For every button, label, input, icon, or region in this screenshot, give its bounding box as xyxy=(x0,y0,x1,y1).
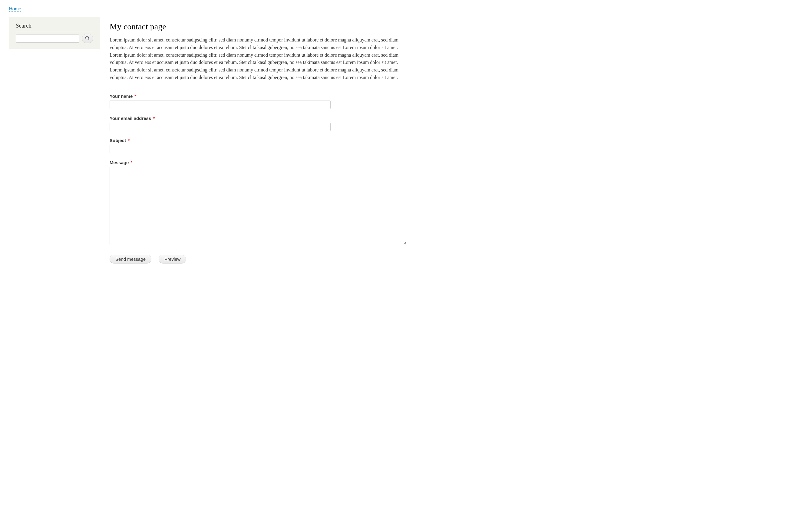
breadcrumb: Home xyxy=(9,6,803,11)
search-button[interactable] xyxy=(82,34,93,43)
email-label: Your email address * xyxy=(110,116,803,121)
required-mark: * xyxy=(135,93,137,99)
svg-point-0 xyxy=(86,36,89,39)
required-mark: * xyxy=(153,116,155,121)
main-content: My contact page Lorem ipsum dolor sit am… xyxy=(110,17,803,263)
preview-button[interactable]: Preview xyxy=(158,255,186,263)
email-input[interactable] xyxy=(110,123,330,131)
breadcrumb-home[interactable]: Home xyxy=(9,6,21,12)
message-input[interactable] xyxy=(110,167,406,245)
required-mark: * xyxy=(128,138,129,143)
name-input[interactable] xyxy=(110,101,330,109)
required-mark: * xyxy=(131,160,133,165)
sidebar: Search xyxy=(9,17,100,263)
intro-text: Lorem ipsum dolor sit amet, consetetur s… xyxy=(110,36,406,82)
search-block: Search xyxy=(9,17,100,49)
subject-input[interactable] xyxy=(110,145,279,153)
message-label: Message * xyxy=(110,160,803,165)
email-label-text: Your email address xyxy=(110,116,151,121)
subject-label-text: Subject xyxy=(110,138,126,143)
search-input[interactable] xyxy=(16,34,79,43)
message-label-text: Message xyxy=(110,160,129,165)
svg-line-1 xyxy=(88,39,89,40)
send-message-button[interactable]: Send message xyxy=(110,255,151,263)
name-label-text: Your name xyxy=(110,93,133,99)
subject-label: Subject * xyxy=(110,138,803,143)
search-title: Search xyxy=(16,22,93,31)
page-title: My contact page xyxy=(110,22,803,31)
search-icon xyxy=(85,35,90,42)
name-label: Your name * xyxy=(110,93,803,99)
contact-form: Your name * Your email address * Subject… xyxy=(110,93,803,263)
